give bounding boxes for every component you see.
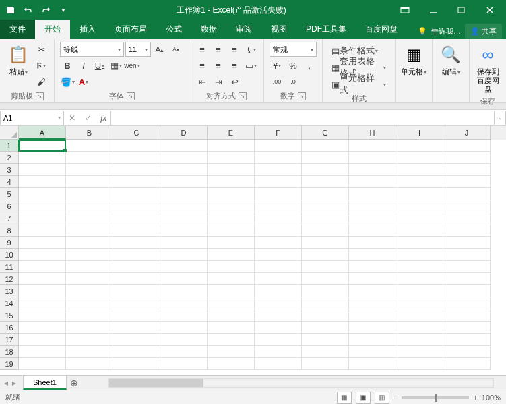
cell-B4[interactable] bbox=[66, 176, 113, 188]
cell-E12[interactable] bbox=[208, 273, 255, 285]
cell-J13[interactable] bbox=[443, 285, 491, 297]
cell-H10[interactable] bbox=[349, 249, 396, 261]
align-right-icon[interactable]: ≡ bbox=[227, 58, 242, 73]
border-icon[interactable]: ▦▾ bbox=[108, 58, 123, 73]
row-header-13[interactable]: 13 bbox=[0, 285, 19, 297]
decrease-font-icon[interactable]: A▾ bbox=[168, 42, 183, 57]
cell-D8[interactable] bbox=[160, 224, 208, 237]
cell-A19[interactable] bbox=[19, 358, 66, 370]
cell-G19[interactable] bbox=[302, 358, 349, 370]
cell-I7[interactable] bbox=[396, 212, 443, 224]
normal-view-icon[interactable]: ▦ bbox=[337, 392, 352, 404]
editing-button[interactable]: 🔍 编辑▾ bbox=[437, 40, 465, 78]
cell-C17[interactable] bbox=[113, 334, 160, 346]
cell-F9[interactable] bbox=[255, 237, 302, 249]
cell-H15[interactable] bbox=[349, 309, 396, 322]
cell-E1[interactable] bbox=[208, 140, 255, 152]
cell-H11[interactable] bbox=[349, 261, 396, 273]
sheet-nav-first-icon[interactable]: ◂ bbox=[4, 378, 8, 388]
fx-icon[interactable]: fx bbox=[96, 113, 110, 123]
cell-A12[interactable] bbox=[19, 273, 66, 285]
cell-C19[interactable] bbox=[113, 358, 160, 370]
cell-A11[interactable] bbox=[19, 261, 66, 273]
cell-B18[interactable] bbox=[66, 346, 113, 358]
cell-G12[interactable] bbox=[302, 273, 349, 285]
share-button[interactable]: 👤 共享 bbox=[465, 24, 502, 39]
cell-F14[interactable] bbox=[255, 297, 302, 309]
cell-E17[interactable] bbox=[208, 334, 255, 346]
cell-B6[interactable] bbox=[66, 200, 113, 212]
column-header-C[interactable]: C bbox=[113, 126, 160, 140]
cell-E4[interactable] bbox=[208, 176, 255, 188]
cell-F19[interactable] bbox=[255, 358, 302, 370]
cell-I2[interactable] bbox=[396, 152, 443, 164]
row-header-7[interactable]: 7 bbox=[0, 212, 19, 224]
cell-E16[interactable] bbox=[208, 322, 255, 334]
alignment-launcher[interactable]: ↘ bbox=[239, 92, 247, 100]
cell-B2[interactable] bbox=[66, 152, 113, 164]
cell-I16[interactable] bbox=[396, 322, 443, 334]
cell-J9[interactable] bbox=[443, 237, 491, 249]
cell-J14[interactable] bbox=[443, 297, 491, 309]
cell-D17[interactable] bbox=[160, 334, 208, 346]
cell-J3[interactable] bbox=[443, 164, 491, 176]
cell-A15[interactable] bbox=[19, 309, 66, 322]
cell-F3[interactable] bbox=[255, 164, 302, 176]
formula-input[interactable] bbox=[110, 111, 494, 125]
cut-icon[interactable]: ✂ bbox=[34, 42, 49, 57]
cell-G7[interactable] bbox=[302, 212, 349, 224]
cell-I18[interactable] bbox=[396, 346, 443, 358]
cell-I17[interactable] bbox=[396, 334, 443, 346]
cell-G10[interactable] bbox=[302, 249, 349, 261]
cell-J11[interactable] bbox=[443, 261, 491, 273]
tab-insert[interactable]: 插入 bbox=[70, 20, 105, 39]
cell-D15[interactable] bbox=[160, 309, 208, 322]
cell-J8[interactable] bbox=[443, 224, 491, 237]
font-launcher[interactable]: ↘ bbox=[127, 92, 135, 100]
tab-baidu[interactable]: 百度网盘 bbox=[356, 20, 407, 39]
cell-G8[interactable] bbox=[302, 224, 349, 237]
cell-D3[interactable] bbox=[160, 164, 208, 176]
currency-icon[interactable]: ¥▾ bbox=[270, 58, 284, 73]
cell-I8[interactable] bbox=[396, 224, 443, 237]
cell-D7[interactable] bbox=[160, 212, 208, 224]
cell-E13[interactable] bbox=[208, 285, 255, 297]
cell-I1[interactable] bbox=[396, 140, 443, 152]
font-size-combo[interactable]: 11▾ bbox=[125, 42, 151, 57]
cell-C4[interactable] bbox=[113, 176, 160, 188]
cell-I9[interactable] bbox=[396, 237, 443, 249]
column-header-J[interactable]: J bbox=[443, 126, 491, 140]
column-header-F[interactable]: F bbox=[255, 126, 302, 140]
row-header-4[interactable]: 4 bbox=[0, 176, 19, 188]
cell-E2[interactable] bbox=[208, 152, 255, 164]
row-header-16[interactable]: 16 bbox=[0, 322, 19, 334]
tell-me-icon[interactable]: 💡 bbox=[418, 27, 427, 36]
cell-B5[interactable] bbox=[66, 188, 113, 200]
horizontal-scrollbar[interactable] bbox=[108, 378, 494, 388]
cell-D10[interactable] bbox=[160, 249, 208, 261]
cell-G9[interactable] bbox=[302, 237, 349, 249]
cell-B19[interactable] bbox=[66, 358, 113, 370]
cell-F18[interactable] bbox=[255, 346, 302, 358]
cell-C12[interactable] bbox=[113, 273, 160, 285]
row-header-9[interactable]: 9 bbox=[0, 237, 19, 249]
cell-A2[interactable] bbox=[19, 152, 66, 164]
row-header-11[interactable]: 11 bbox=[0, 261, 19, 273]
select-all-button[interactable] bbox=[0, 126, 19, 140]
cell-A18[interactable] bbox=[19, 346, 66, 358]
cell-H12[interactable] bbox=[349, 273, 396, 285]
cell-G13[interactable] bbox=[302, 285, 349, 297]
cell-H17[interactable] bbox=[349, 334, 396, 346]
cell-I19[interactable] bbox=[396, 358, 443, 370]
cell-H1[interactable] bbox=[349, 140, 396, 152]
cell-H16[interactable] bbox=[349, 322, 396, 334]
cell-C14[interactable] bbox=[113, 297, 160, 309]
decrease-decimal-icon[interactable]: .0 bbox=[286, 74, 301, 89]
cell-I5[interactable] bbox=[396, 188, 443, 200]
cell-E7[interactable] bbox=[208, 212, 255, 224]
cell-A5[interactable] bbox=[19, 188, 66, 200]
clipboard-launcher[interactable]: ↘ bbox=[36, 92, 44, 100]
wrap-text-icon[interactable]: ↩ bbox=[227, 74, 242, 89]
cell-G6[interactable] bbox=[302, 200, 349, 212]
cell-I15[interactable] bbox=[396, 309, 443, 322]
